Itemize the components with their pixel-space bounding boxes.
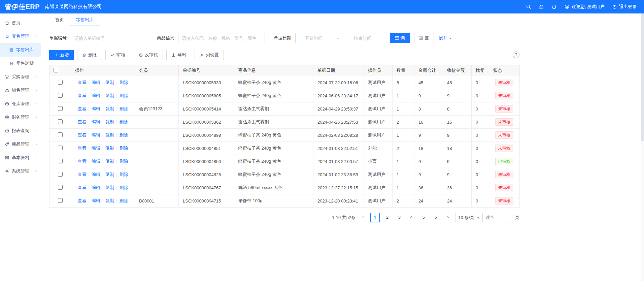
view-link[interactable]: 查看 [77,80,86,85]
delete-link[interactable]: 删除 [120,172,128,177]
delete-link[interactable]: 删除 [120,106,128,111]
prev-page-button[interactable]: < [358,213,368,222]
delete-link[interactable]: 删除 [120,93,128,98]
edit-link[interactable]: 编辑 [92,172,100,177]
date-range-picker[interactable]: ~ [295,33,381,43]
sidebar-item-retail[interactable]: 零售管理 [0,30,41,43]
delete-link[interactable]: 删除 [120,119,128,124]
copy-link[interactable]: 复制 [105,198,114,203]
product-input[interactable] [178,33,265,43]
jump-page-input[interactable] [497,213,512,222]
edit-link[interactable]: 编辑 [92,185,100,190]
sidebar-item-purchase[interactable]: 采购管理 [0,70,41,84]
sidebar-item-system[interactable]: 系统管理 [0,164,41,178]
search-button[interactable]: 查 询 [390,33,410,43]
bell-icon[interactable] [551,4,557,9]
edit-link[interactable]: 编辑 [92,159,100,164]
copy-link[interactable]: 复制 [105,93,114,98]
page-button-1[interactable]: 1 [370,213,380,222]
page-button-5[interactable]: 5 [419,213,428,222]
view-link[interactable]: 查看 [77,198,86,203]
row-checkbox[interactable] [58,146,63,150]
row-checkbox[interactable] [58,80,63,85]
select-all-checkbox[interactable] [54,68,58,72]
bill-no-cell: LSCK00000005362 [179,116,234,129]
vertical-scrollbar[interactable] [641,13,644,281]
tab-home[interactable]: 首页 [49,13,70,26]
audit-button[interactable]: 审核 [105,50,130,60]
edit-link[interactable]: 编辑 [92,80,100,85]
reset-button[interactable]: 重 置 [414,33,434,43]
sidebar-item-products[interactable]: 商品管理 [0,137,41,151]
next-page-button[interactable]: > [443,213,452,222]
bank-icon[interactable] [539,4,544,9]
date-start-input[interactable] [298,34,330,42]
edit-link[interactable]: 编辑 [92,119,100,124]
delete-link[interactable]: 删除 [120,185,128,190]
copy-link[interactable]: 复制 [105,146,114,151]
view-link[interactable]: 查看 [77,106,86,111]
delete-link[interactable]: 删除 [120,198,128,203]
expand-link[interactable]: 展开 [439,35,452,41]
page-size-select[interactable]: 10 条/页 [455,213,483,222]
row-checkbox[interactable] [58,119,63,124]
row-checkbox[interactable] [58,159,63,163]
edit-link[interactable]: 编辑 [92,198,100,203]
logout-button[interactable]: 退出登录 [612,4,637,10]
delete-button[interactable]: 删除 [77,50,102,60]
view-link[interactable]: 查看 [77,172,86,177]
row-checkbox[interactable] [58,185,63,190]
view-link[interactable]: 查看 [77,132,86,137]
delete-link[interactable]: 删除 [120,80,128,85]
view-link[interactable]: 查看 [77,119,86,124]
copy-link[interactable]: 复制 [105,119,114,124]
copy-link[interactable]: 复制 [105,172,114,177]
copy-link[interactable]: 复制 [105,80,114,85]
edit-link[interactable]: 编辑 [92,132,100,137]
copy-link[interactable]: 复制 [105,106,114,111]
date-end-input[interactable] [346,34,379,42]
scrollbar-thumb[interactable] [641,13,644,142]
view-link[interactable]: 查看 [77,146,86,151]
delete-link[interactable]: 删除 [120,146,128,151]
row-checkbox[interactable] [58,198,63,203]
edit-link[interactable]: 编辑 [92,93,100,98]
page-button-3[interactable]: 3 [395,213,404,222]
unaudit-button[interactable]: 反审核 [134,50,163,60]
sidebar-item-retail-outbound[interactable]: 零售出库 [0,43,41,57]
sidebar-item-home[interactable]: 首页 [0,16,41,30]
delete-link[interactable]: 删除 [120,159,128,164]
sidebar-item-warehouse[interactable]: 仓库管理 [0,97,41,111]
help-icon[interactable]: ? [513,52,519,58]
page-button-4[interactable]: 4 [407,213,416,222]
sidebar-item-reports[interactable]: 报表查询 [0,124,41,137]
copy-link[interactable]: 复制 [105,185,114,190]
copy-link[interactable]: 复制 [105,132,114,137]
view-link[interactable]: 查看 [77,159,86,164]
sidebar-item-finance[interactable]: 财务管理 [0,111,41,124]
row-checkbox[interactable] [58,106,63,111]
edit-link[interactable]: 编辑 [92,146,100,151]
delete-link[interactable]: 删除 [120,132,128,137]
row-checkbox[interactable] [58,132,63,137]
sidebar-item-basic-data[interactable]: 基本资料 [0,151,41,164]
column-settings-button[interactable]: 列设置 [195,50,224,60]
copy-link[interactable]: 复制 [105,159,114,164]
page-button-2[interactable]: 2 [382,213,392,222]
sidebar-item-retail-return[interactable]: 零售退货 [0,57,41,70]
view-link[interactable]: 查看 [77,185,86,190]
bill-no-input[interactable] [71,33,148,43]
export-button[interactable]: 导出 [166,50,191,60]
sidebar-item-sales[interactable]: 销售管理 [0,84,41,97]
total-cell: 9 [414,168,443,181]
retail-outbound-table: 操作 会员 单据编号 商品信息 单据日期 操作员 数量 金额合计 收款金额 找零… [49,65,520,208]
edit-link[interactable]: 编辑 [92,106,100,111]
search-icon[interactable] [526,4,531,9]
page-button-6[interactable]: 6 [431,213,440,222]
tab-retail-outbound[interactable]: 零售出库 [70,13,100,26]
user-welcome[interactable]: 欢迎您, 测试用户 [564,4,605,10]
row-checkbox[interactable] [58,172,63,177]
add-button[interactable]: 新增 [49,50,74,60]
view-link[interactable]: 查看 [77,93,86,98]
row-checkbox[interactable] [58,93,63,98]
